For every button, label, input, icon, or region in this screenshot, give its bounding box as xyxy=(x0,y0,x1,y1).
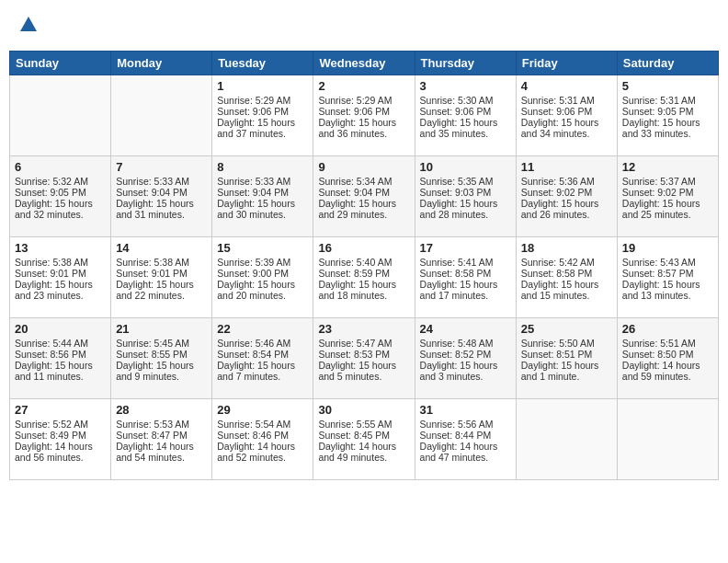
calendar-cell: 25Sunrise: 5:50 AMSunset: 8:51 PMDayligh… xyxy=(516,318,617,399)
calendar-cell xyxy=(516,399,617,480)
page-header xyxy=(9,9,719,45)
cell-text: Daylight: 15 hours and 22 minutes. xyxy=(116,279,207,301)
col-header-wednesday: Wednesday xyxy=(313,52,415,75)
cell-text: Daylight: 15 hours and 34 minutes. xyxy=(521,117,612,139)
calendar-cell: 24Sunrise: 5:48 AMSunset: 8:52 PMDayligh… xyxy=(415,318,516,399)
day-number: 27 xyxy=(15,403,106,417)
cell-text: Sunrise: 5:29 AM xyxy=(318,95,409,106)
cell-text: Sunrise: 5:45 AM xyxy=(116,338,207,349)
cell-text: Sunset: 9:05 PM xyxy=(622,106,713,117)
cell-text: Daylight: 14 hours and 52 minutes. xyxy=(217,441,308,463)
day-number: 3 xyxy=(420,79,511,93)
cell-text: Sunset: 8:59 PM xyxy=(318,268,409,279)
calendar-week-row: 13Sunrise: 5:38 AMSunset: 9:01 PMDayligh… xyxy=(10,237,719,318)
calendar-cell: 11Sunrise: 5:36 AMSunset: 9:02 PMDayligh… xyxy=(516,156,617,237)
cell-text: Sunrise: 5:51 AM xyxy=(622,338,713,349)
day-number: 4 xyxy=(521,79,612,93)
cell-text: Sunrise: 5:42 AM xyxy=(521,257,612,268)
cell-text: Sunrise: 5:48 AM xyxy=(420,338,511,349)
cell-text: Sunset: 8:55 PM xyxy=(116,349,207,360)
day-number: 22 xyxy=(217,322,308,336)
calendar-cell xyxy=(111,75,212,156)
day-number: 23 xyxy=(318,322,409,336)
cell-text: Sunrise: 5:38 AM xyxy=(116,257,207,268)
cell-text: Sunrise: 5:36 AM xyxy=(521,176,612,187)
calendar-cell: 31Sunrise: 5:56 AMSunset: 8:44 PMDayligh… xyxy=(415,399,516,480)
cell-text: Sunrise: 5:30 AM xyxy=(420,95,511,106)
cell-text: Sunrise: 5:39 AM xyxy=(217,257,308,268)
day-number: 7 xyxy=(116,160,207,174)
calendar-cell: 3Sunrise: 5:30 AMSunset: 9:06 PMDaylight… xyxy=(415,75,516,156)
day-number: 17 xyxy=(420,241,511,255)
cell-text: Daylight: 15 hours and 36 minutes. xyxy=(318,117,409,139)
cell-text: Sunrise: 5:29 AM xyxy=(217,95,308,106)
cell-text: Sunset: 9:06 PM xyxy=(521,106,612,117)
cell-text: Sunset: 9:01 PM xyxy=(15,268,106,279)
day-number: 11 xyxy=(521,160,612,174)
cell-text: Daylight: 15 hours and 28 minutes. xyxy=(420,198,511,220)
cell-text: Sunset: 9:04 PM xyxy=(116,187,207,198)
cell-text: Daylight: 15 hours and 5 minutes. xyxy=(318,360,409,382)
cell-text: Sunset: 8:57 PM xyxy=(622,268,713,279)
cell-text: Sunrise: 5:31 AM xyxy=(622,95,713,106)
cell-text: Sunrise: 5:56 AM xyxy=(420,419,511,430)
cell-text: Daylight: 15 hours and 18 minutes. xyxy=(318,279,409,301)
cell-text: Sunset: 8:44 PM xyxy=(420,430,511,441)
day-number: 28 xyxy=(116,403,207,417)
day-number: 21 xyxy=(116,322,207,336)
calendar-cell: 14Sunrise: 5:38 AMSunset: 9:01 PMDayligh… xyxy=(111,237,212,318)
cell-text: Sunset: 9:02 PM xyxy=(622,187,713,198)
cell-text: Sunrise: 5:34 AM xyxy=(318,176,409,187)
calendar-cell: 29Sunrise: 5:54 AMSunset: 8:46 PMDayligh… xyxy=(212,399,313,480)
calendar-table: SundayMondayTuesdayWednesdayThursdayFrid… xyxy=(9,51,719,480)
cell-text: Sunrise: 5:52 AM xyxy=(15,419,106,430)
cell-text: Sunrise: 5:41 AM xyxy=(420,257,511,268)
cell-text: Sunset: 8:56 PM xyxy=(15,349,106,360)
calendar-cell: 20Sunrise: 5:44 AMSunset: 8:56 PMDayligh… xyxy=(10,318,111,399)
cell-text: Sunrise: 5:50 AM xyxy=(521,338,612,349)
day-number: 9 xyxy=(318,160,409,174)
cell-text: Daylight: 15 hours and 20 minutes. xyxy=(217,279,308,301)
calendar-cell: 8Sunrise: 5:33 AMSunset: 9:04 PMDaylight… xyxy=(212,156,313,237)
day-number: 1 xyxy=(217,79,308,93)
logo-icon xyxy=(18,15,39,35)
calendar-cell: 26Sunrise: 5:51 AMSunset: 8:50 PMDayligh… xyxy=(617,318,718,399)
day-number: 10 xyxy=(420,160,511,174)
day-number: 6 xyxy=(15,160,106,174)
calendar-cell: 12Sunrise: 5:37 AMSunset: 9:02 PMDayligh… xyxy=(617,156,718,237)
calendar-cell: 6Sunrise: 5:32 AMSunset: 9:05 PMDaylight… xyxy=(10,156,111,237)
cell-text: Sunrise: 5:47 AM xyxy=(318,338,409,349)
cell-text: Sunset: 9:05 PM xyxy=(15,187,106,198)
col-header-saturday: Saturday xyxy=(617,52,718,75)
cell-text: Daylight: 15 hours and 31 minutes. xyxy=(116,198,207,220)
cell-text: Sunrise: 5:54 AM xyxy=(217,419,308,430)
col-header-friday: Friday xyxy=(516,52,617,75)
col-header-sunday: Sunday xyxy=(10,52,111,75)
cell-text: Daylight: 14 hours and 59 minutes. xyxy=(622,360,713,382)
cell-text: Sunrise: 5:38 AM xyxy=(15,257,106,268)
col-header-tuesday: Tuesday xyxy=(212,52,313,75)
cell-text: Sunset: 9:01 PM xyxy=(116,268,207,279)
day-number: 5 xyxy=(622,79,713,93)
calendar-cell: 22Sunrise: 5:46 AMSunset: 8:54 PMDayligh… xyxy=(212,318,313,399)
cell-text: Sunrise: 5:43 AM xyxy=(622,257,713,268)
cell-text: Sunset: 8:49 PM xyxy=(15,430,106,441)
cell-text: Sunset: 9:04 PM xyxy=(217,187,308,198)
day-number: 19 xyxy=(622,241,713,255)
calendar-cell: 2Sunrise: 5:29 AMSunset: 9:06 PMDaylight… xyxy=(313,75,415,156)
cell-text: Daylight: 15 hours and 7 minutes. xyxy=(217,360,308,382)
cell-text: Sunset: 8:51 PM xyxy=(521,349,612,360)
day-number: 24 xyxy=(420,322,511,336)
calendar-cell: 17Sunrise: 5:41 AMSunset: 8:58 PMDayligh… xyxy=(415,237,516,318)
calendar-cell: 16Sunrise: 5:40 AMSunset: 8:59 PMDayligh… xyxy=(313,237,415,318)
cell-text: Sunrise: 5:33 AM xyxy=(217,176,308,187)
cell-text: Sunset: 9:03 PM xyxy=(420,187,511,198)
calendar-week-row: 20Sunrise: 5:44 AMSunset: 8:56 PMDayligh… xyxy=(10,318,719,399)
cell-text: Sunset: 9:04 PM xyxy=(318,187,409,198)
calendar-cell: 27Sunrise: 5:52 AMSunset: 8:49 PMDayligh… xyxy=(10,399,111,480)
col-header-thursday: Thursday xyxy=(415,52,516,75)
day-number: 20 xyxy=(15,322,106,336)
day-number: 13 xyxy=(15,241,106,255)
cell-text: Daylight: 14 hours and 47 minutes. xyxy=(420,441,511,463)
cell-text: Sunset: 9:06 PM xyxy=(318,106,409,117)
